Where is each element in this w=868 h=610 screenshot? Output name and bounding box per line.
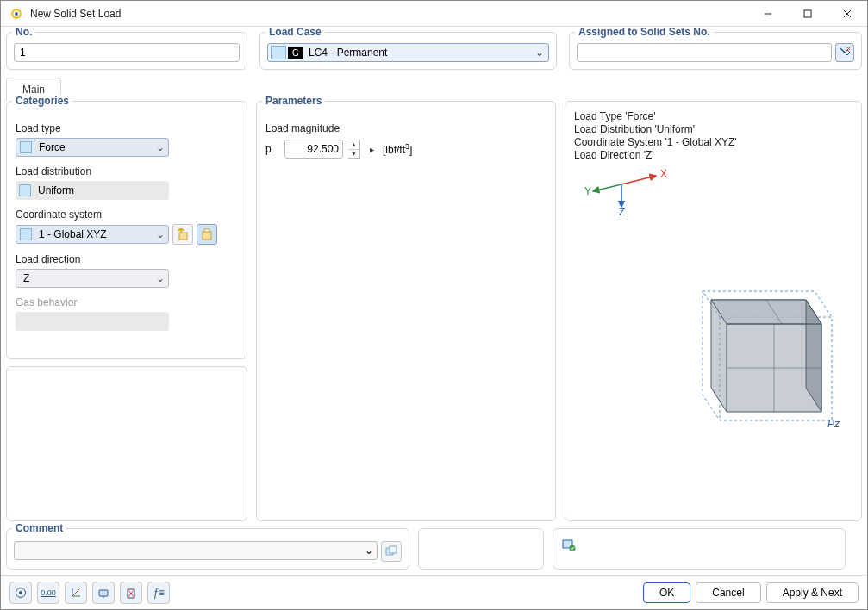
window-title: New Solid Set Load xyxy=(30,8,121,20)
tool-view-button[interactable] xyxy=(92,582,115,604)
comment-combo[interactable]: ⌄ xyxy=(14,541,378,560)
svg-rect-33 xyxy=(390,546,397,553)
categories-panel: Categories Load type Force⌄ Load distrib… xyxy=(6,101,247,359)
magnitude-input[interactable] xyxy=(284,140,343,159)
magnitude-spinner[interactable]: ▲▼ xyxy=(348,140,360,159)
app-icon xyxy=(9,7,23,21)
coordinate-system-select[interactable]: 1 - Global XYZ⌄ xyxy=(16,225,169,244)
no-legend: No. xyxy=(12,27,35,38)
ok-button[interactable]: OK xyxy=(643,582,690,603)
comment-legend: Comment xyxy=(12,522,66,534)
cancel-button[interactable]: Cancel xyxy=(696,582,760,603)
comment-extra-button[interactable] xyxy=(381,541,402,562)
tool-units-button[interactable]: 0.00 xyxy=(37,582,59,604)
axis-icon: X Y Z xyxy=(574,165,678,217)
assigned-legend: Assigned to Solid Sets No. xyxy=(575,27,714,38)
categories-spare-panel xyxy=(6,366,247,521)
fieldset-load-case: Load Case G LC4 - Permanent ⌄ xyxy=(259,32,557,70)
apply-next-button[interactable]: Apply & Next xyxy=(766,582,859,603)
tool-function-button[interactable]: ƒ≡ xyxy=(147,582,170,604)
preview-panel: Load Type 'Force' Load Distribution 'Uni… xyxy=(565,101,862,521)
magnitude-unit: [lbf/ft3] xyxy=(383,142,412,156)
gas-behavior-label: Gas behavior xyxy=(16,296,238,308)
chevron-down-icon: ⌄ xyxy=(153,141,168,153)
svg-point-37 xyxy=(19,591,22,594)
fieldset-assigned: Assigned to Solid Sets No. xyxy=(569,32,862,70)
magnitude-menu-button[interactable]: ▸ xyxy=(365,140,378,159)
parameters-legend: Parameters xyxy=(262,95,325,107)
tool-help-button[interactable] xyxy=(9,582,32,604)
chevron-down-icon: ⌄ xyxy=(531,47,548,59)
load-distribution-label: Load distribution xyxy=(16,165,238,177)
new-coord-system-button[interactable]: ✦ xyxy=(172,224,193,245)
parameters-panel: Parameters Load magnitude p ▲▼ ▸ [lbf/ft… xyxy=(256,101,556,521)
svg-text:X: X xyxy=(660,168,667,180)
assigned-input[interactable] xyxy=(577,43,832,62)
no-input[interactable] xyxy=(14,43,240,62)
minimize-button[interactable] xyxy=(748,1,788,27)
svg-text:Y: Y xyxy=(584,185,591,197)
svg-text:Pz: Pz xyxy=(827,418,840,430)
close-button[interactable] xyxy=(827,1,867,27)
gas-behavior-select xyxy=(16,312,169,331)
load-type-select[interactable]: Force⌄ xyxy=(16,138,169,157)
svg-text:Z: Z xyxy=(619,206,625,217)
load-case-badge: G xyxy=(288,47,303,59)
footer-toolbar: 0.00 ƒ≡ OK Cancel Apply & Next xyxy=(1,575,867,609)
svg-rect-12 xyxy=(204,229,209,232)
svg-rect-4 xyxy=(804,10,811,17)
pick-solid-set-button[interactable] xyxy=(835,43,854,62)
edit-coord-system-button[interactable] xyxy=(197,224,217,245)
preview-settings-button[interactable] xyxy=(560,536,578,553)
tool-axes-button[interactable] xyxy=(65,582,87,604)
svg-point-2 xyxy=(15,12,18,16)
tabbar: Main xyxy=(6,77,862,101)
svg-line-13 xyxy=(621,176,656,184)
load-case-value: LC4 - Permanent xyxy=(303,47,531,59)
maximize-button[interactable] xyxy=(788,1,827,27)
load-type-label: Load type xyxy=(16,122,238,134)
chevron-down-icon: ⌄ xyxy=(361,545,377,557)
svg-text:✦: ✦ xyxy=(177,228,185,236)
load-case-legend: Load Case xyxy=(265,27,325,38)
dialog-window: New Solid Set Load No. Load Case G LC4 -… xyxy=(0,0,868,610)
load-case-select[interactable]: G LC4 - Permanent ⌄ xyxy=(267,43,549,62)
svg-point-35 xyxy=(570,545,576,551)
right-spare-panel xyxy=(553,528,846,570)
svg-rect-41 xyxy=(99,590,108,596)
svg-line-15 xyxy=(593,184,621,191)
preview-line-2: Load Distribution 'Uniform' xyxy=(574,123,852,136)
load-direction-select[interactable]: Z⌄ xyxy=(16,269,169,288)
svg-rect-11 xyxy=(203,232,211,240)
load-distribution-select[interactable]: Uniform xyxy=(16,181,169,200)
preview-line-4: Load Direction 'Z' xyxy=(574,149,852,162)
preview-line-3: Coordinate System '1 - Global XYZ' xyxy=(574,136,852,149)
tool-delete-button[interactable] xyxy=(120,582,142,604)
comment-fieldset: Comment ⌄ xyxy=(6,528,409,570)
chevron-down-icon: ⌄ xyxy=(153,228,168,240)
svg-marker-24 xyxy=(711,300,821,324)
coordinate-system-label: Coordinate system xyxy=(16,209,238,221)
svg-line-38 xyxy=(72,589,79,596)
magnitude-symbol: p xyxy=(265,143,279,155)
fieldset-no: No. xyxy=(6,32,247,70)
middle-spare-panel xyxy=(418,528,544,570)
load-direction-label: Load direction xyxy=(16,253,238,265)
chevron-down-icon: ⌄ xyxy=(153,272,168,284)
categories-legend: Categories xyxy=(12,95,72,107)
cube-preview: Pz xyxy=(651,274,849,446)
preview-line-1: Load Type 'Force' xyxy=(574,110,852,123)
titlebar: New Solid Set Load xyxy=(1,1,867,27)
load-magnitude-label: Load magnitude xyxy=(265,122,546,134)
